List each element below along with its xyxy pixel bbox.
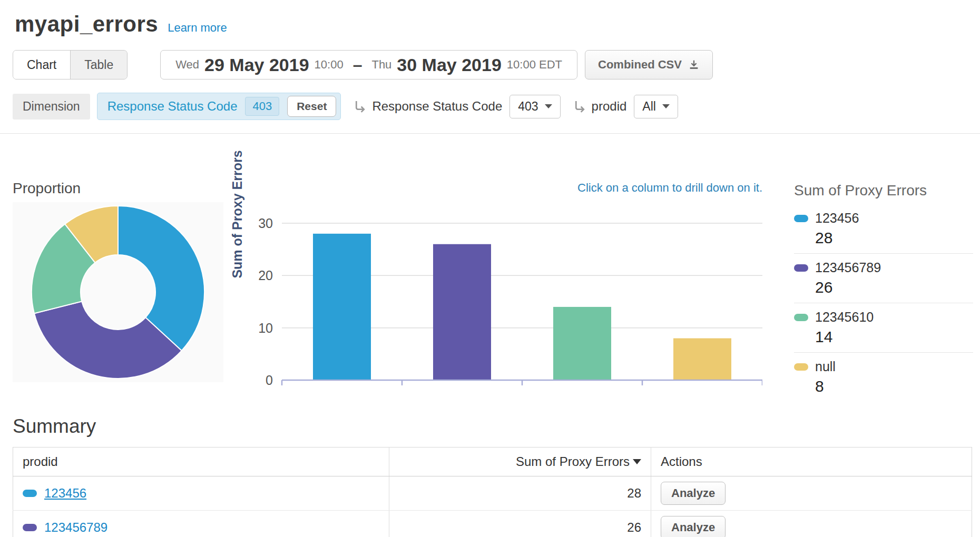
date-start-time: 10:00 <box>315 58 344 72</box>
active-filter-chip: Response Status Code 403 Reset <box>97 93 341 120</box>
date-separator: – <box>353 55 362 75</box>
date-range-picker[interactable]: Wed 29 May 2019 10:00 – Thu 30 May 2019 … <box>160 50 577 79</box>
y-tick-label-10: 10 <box>258 321 273 335</box>
charts-section: Proportion Click on a column to drill do… <box>0 180 980 402</box>
filter-chip-name: Response Status Code <box>107 99 238 114</box>
proportion-label: Proportion <box>13 180 223 197</box>
table-row: 12345628Analyze <box>13 476 972 511</box>
legend-panel: Sum of Proxy Errors 12345628123456789261… <box>794 180 973 402</box>
table-row: 12345678926Analyze <box>13 511 972 537</box>
analyze-button-123456789[interactable]: Analyze <box>661 516 726 537</box>
bar-chart-wrap: Sum of Proxy Errors 0102030 <box>232 201 762 391</box>
filter-row: Dimension Response Status Code 403 Reset… <box>13 93 980 120</box>
legend-item-123456[interactable]: 12345628 <box>794 204 973 254</box>
summary-table: prodid Sum of Proxy Errors Actions 12345… <box>13 447 972 537</box>
drilldown-label-response-status-code: Response Status Code <box>372 99 502 114</box>
view-toggle: Chart Table <box>13 50 128 79</box>
date-end-time: 10:00 EDT <box>507 58 562 72</box>
bar-chart-panel: Click on a column to drill down on it. S… <box>232 180 762 402</box>
row-swatch <box>23 524 37 531</box>
legend-label: 12345610 <box>815 310 874 325</box>
drilldown-arrow-icon <box>352 100 367 114</box>
donut-chart <box>13 202 223 382</box>
drilldown-hint: Click on a column to drill down on it. <box>232 181 762 197</box>
reset-filter-button[interactable]: Reset <box>287 96 336 117</box>
analyze-button-123456[interactable]: Analyze <box>661 482 726 505</box>
legend-value: 8 <box>815 377 973 395</box>
drilldown-arrow-icon <box>572 100 586 114</box>
bar-12345610[interactable] <box>553 307 611 380</box>
chevron-down-icon <box>662 104 670 108</box>
legend-label: 123456 <box>815 211 859 226</box>
column-header-actions: Actions <box>651 448 972 476</box>
prodid-link-123456789[interactable]: 123456789 <box>44 520 107 535</box>
legend-item-null[interactable]: null8 <box>794 353 973 402</box>
y-tick-label-30: 30 <box>258 216 273 231</box>
y-tick-label-20: 20 <box>258 268 273 283</box>
bar-123456789[interactable] <box>433 244 491 380</box>
combined-csv-button[interactable]: Combined CSV <box>585 50 713 79</box>
proportion-panel: Proportion <box>13 180 223 402</box>
tab-table[interactable]: Table <box>71 51 127 79</box>
legend-label: 123456789 <box>815 260 881 275</box>
column-header-sum-of-proxy-errors[interactable]: Sum of Proxy Errors <box>389 448 651 476</box>
drilldown-label-prodid: prodid <box>592 99 627 114</box>
legend-item-12345610[interactable]: 1234561014 <box>794 303 973 353</box>
legend-label: null <box>815 359 836 374</box>
sum-value-cell: 28 <box>389 476 651 511</box>
sum-value-cell: 26 <box>389 511 651 537</box>
legend-swatch-123456789 <box>794 264 808 272</box>
y-tick-label-0: 0 <box>266 373 273 387</box>
page-header: myapi_errors Learn more <box>0 0 980 37</box>
filter-chip-value: 403 <box>245 97 279 116</box>
response-status-code-dropdown-value: 403 <box>518 100 538 114</box>
sort-desc-icon <box>633 459 641 464</box>
column-header-sum-label: Sum of Proxy Errors <box>516 454 630 469</box>
legend-value: 14 <box>815 328 973 346</box>
legend-value: 26 <box>815 279 973 296</box>
donut-chart-card <box>13 202 223 382</box>
row-swatch <box>23 490 37 497</box>
legend-swatch-null <box>794 363 808 371</box>
summary-header-row: prodid Sum of Proxy Errors Actions <box>13 448 972 476</box>
dimension-label: Dimension <box>13 94 90 120</box>
page-title: myapi_errors <box>15 12 158 37</box>
response-status-code-dropdown[interactable]: 403 <box>509 95 560 118</box>
learn-more-link[interactable]: Learn more <box>168 21 227 35</box>
tab-chart[interactable]: Chart <box>13 51 71 79</box>
column-header-prodid[interactable]: prodid <box>13 448 389 476</box>
toolbar: Chart Table Wed 29 May 2019 10:00 – Thu … <box>13 50 980 79</box>
combined-csv-label: Combined CSV <box>598 58 682 72</box>
prodid-dropdown[interactable]: All <box>634 95 678 118</box>
legend-value: 28 <box>815 229 973 247</box>
date-end-date: 30 May 2019 <box>397 55 502 75</box>
y-axis-label: Sum of Proxy Errors <box>230 130 245 299</box>
bar-123456[interactable] <box>313 234 371 380</box>
summary-heading: Summary <box>13 415 980 437</box>
section-divider <box>0 133 980 134</box>
date-end-day: Thu <box>371 58 391 72</box>
date-start-date: 29 May 2019 <box>204 55 309 75</box>
legend-items: 12345628123456789261234561014null8 <box>794 204 973 402</box>
legend-item-123456789[interactable]: 12345678926 <box>794 254 973 303</box>
legend-title: Sum of Proxy Errors <box>794 182 973 199</box>
prodid-link-123456[interactable]: 123456 <box>44 486 86 501</box>
legend-swatch-123456 <box>794 215 808 222</box>
bar-chart: 0102030 <box>232 201 762 389</box>
prodid-dropdown-value: All <box>642 100 656 114</box>
date-start-day: Wed <box>175 58 199 72</box>
chevron-down-icon <box>545 104 552 108</box>
download-icon <box>688 59 700 71</box>
legend-swatch-12345610 <box>794 314 808 321</box>
bar-null[interactable] <box>673 339 731 380</box>
